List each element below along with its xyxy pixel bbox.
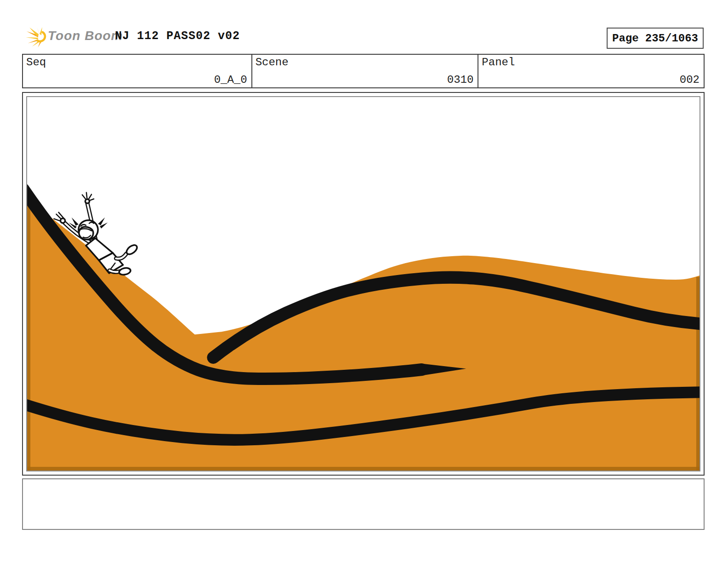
- child-raised-shoe: [125, 243, 139, 256]
- storyboard-page: { "header": { "logo_text": "Toon Boom", …: [0, 0, 728, 563]
- dune-edge-left: [27, 201, 30, 471]
- panel-label: Panel: [482, 56, 515, 69]
- dune-edge-bottom: [27, 467, 700, 471]
- dune-edge-right: [696, 277, 700, 471]
- page-number-value: 235/1063: [645, 32, 698, 45]
- child-right-hand: [82, 193, 94, 204]
- page-number-box: Page 235/1063: [607, 28, 704, 49]
- seq-value: 0_A_0: [214, 74, 247, 86]
- document-title: NJ 112 PASS02 v02: [115, 29, 240, 43]
- storyboard-panel-frame: [22, 92, 705, 476]
- storyboard-panel-inner-frame: [26, 96, 700, 471]
- seq-cell: Seq 0_A_0: [23, 55, 252, 87]
- child-lower-shoe: [119, 267, 131, 276]
- page-label: Page: [612, 32, 639, 45]
- caption-box: [22, 478, 705, 530]
- scene-value: 0310: [447, 74, 474, 86]
- storyboard-drawing: [27, 97, 700, 471]
- child-pigtail-right: [98, 218, 108, 229]
- toonboom-logo-icon: [25, 26, 46, 49]
- panel-cell: Panel 002: [478, 55, 704, 87]
- seq-label: Seq: [26, 56, 46, 69]
- scene-cell: Scene 0310: [252, 55, 479, 87]
- shot-info-row: Seq 0_A_0 Scene 0310 Panel 002: [22, 54, 705, 88]
- scene-label: Scene: [256, 56, 289, 69]
- starburst-rays: [26, 26, 42, 47]
- panel-value: 002: [680, 74, 700, 86]
- toonboom-logo-text: Toon Boom: [48, 29, 123, 43]
